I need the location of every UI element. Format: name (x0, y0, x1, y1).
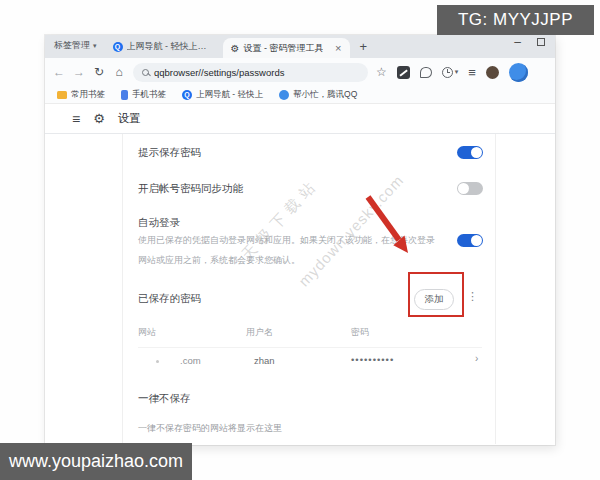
column-header-username: 用户名 (246, 326, 273, 339)
tab-manager-label: 标签管理 (54, 39, 90, 52)
bookmark-qq-help[interactable]: 帮小忙，腾讯QQ (279, 89, 357, 101)
close-tab-icon[interactable]: × (335, 42, 341, 54)
hamburger-menu-icon[interactable]: ≡ (72, 111, 80, 127)
new-tab-button[interactable]: + (360, 39, 368, 54)
tab-home-nav[interactable]: Q 上网导航 - 轻快上网 从这里开始 (105, 35, 223, 58)
url-text: qqbrowser//settings/passwords (154, 67, 284, 78)
qqbrowser-logo-icon: Q (113, 42, 123, 52)
row-password-dots: •••••••••• (351, 354, 394, 365)
forward-icon[interactable]: → (69, 65, 89, 79)
auto-login-toggle[interactable] (457, 234, 483, 247)
caret-down-icon: ▾ (93, 42, 97, 50)
saved-passwords-title: 已保存的密码 (138, 292, 201, 306)
tab-strip: 标签管理 ▾ Q 上网导航 - 轻快上网 从这里开始 ⚙ 设置 - 密码管理工具… (45, 35, 555, 58)
history-clock-icon (442, 67, 453, 78)
qq-icon (279, 90, 289, 100)
annotation-red-arrow (350, 187, 430, 267)
save-password-toggle[interactable] (457, 146, 483, 159)
column-header-site: 网站 (138, 326, 156, 339)
row-username: zhan (254, 355, 275, 366)
search-icon (142, 69, 149, 76)
bookmarks-bar: 常用书签 手机书签 Q 上网导航 - 轻快上 帮小忙，腾讯QQ (45, 86, 555, 104)
toggle-knob (458, 183, 469, 194)
watermark-top-right: TG: MYYJJPP (437, 5, 594, 35)
table-row-divider (138, 347, 482, 348)
caret-down-icon: ▾ (455, 68, 459, 76)
screenshot-canvas: TG: MYYJJPP www.youpaizhao.com 天极下载站 myd… (0, 0, 600, 480)
window-controls: – (514, 37, 545, 47)
toggle-knob (471, 147, 482, 158)
qqbrowser-logo-icon: Q (182, 90, 192, 100)
password-sync-label: 开启帐号密码同步功能 (138, 182, 243, 196)
bookmark-label: 上网导航 - 轻快上 (196, 89, 263, 101)
address-bar[interactable]: qqbrowser//settings/passwords (133, 63, 368, 82)
menu-icon[interactable]: ≡ (468, 65, 476, 80)
gear-favicon-icon: ⚙ (231, 43, 240, 54)
never-save-title: 一律不保存 (138, 392, 191, 406)
reload-icon[interactable]: ↻ (89, 65, 109, 79)
settings-header: ≡ ⚙ 设置 (45, 104, 555, 133)
site-favicon-dot (156, 360, 159, 363)
tab-settings-passwords[interactable]: ⚙ 设置 - 密码管理工具 × (223, 38, 350, 58)
maximize-button[interactable] (537, 38, 545, 46)
more-options-icon[interactable]: ⋮ (467, 290, 478, 303)
settings-page: ≡ ⚙ 设置 提示保存密码 开启帐号密码同步功能 自动登录 使用已保存的凭据自动… (45, 104, 555, 444)
minimize-button[interactable]: – (514, 37, 521, 47)
folder-icon (57, 91, 67, 99)
quick-access-icon[interactable] (397, 66, 410, 79)
bookmark-common[interactable]: 常用书签 (57, 89, 105, 101)
toolbar-right-icons: ☆ ▾ ≡ (376, 63, 528, 82)
bookmark-star-icon[interactable]: ☆ (376, 65, 387, 79)
toggle-knob (471, 235, 482, 246)
tab-label: 设置 - 密码管理工具 (243, 42, 323, 55)
browser-toolbar: ← → ↻ ⌂ qqbrowser//settings/passwords ☆ … (45, 58, 555, 86)
annotation-red-rectangle (408, 272, 464, 317)
table-row[interactable]: .com (180, 355, 201, 366)
history-button[interactable]: ▾ (442, 67, 459, 78)
bookmark-label: 手机书签 (132, 89, 166, 101)
tab-manager-button[interactable]: 标签管理 ▾ (54, 39, 97, 52)
chevron-right-icon[interactable]: › (475, 353, 478, 364)
never-save-hint: 一律不保存密码的网站将显示在这里 (138, 422, 282, 435)
feedback-bubble-icon[interactable] (420, 67, 432, 78)
back-icon[interactable]: ← (49, 65, 69, 79)
qq-login-avatar[interactable] (509, 63, 528, 82)
settings-gear-icon: ⚙ (93, 111, 105, 126)
bookmark-label: 帮小忙，腾讯QQ (293, 89, 357, 101)
phone-icon (121, 90, 128, 100)
tab-label: 上网导航 - 轻快上网 从这里开始 (127, 40, 215, 53)
bookmark-mobile[interactable]: 手机书签 (121, 89, 166, 101)
home-icon[interactable]: ⌂ (109, 65, 129, 79)
profile-avatar[interactable] (486, 66, 499, 79)
bookmark-nav[interactable]: Q 上网导航 - 轻快上 (182, 89, 263, 101)
watermark-bottom-left: www.youpaizhao.com (0, 443, 192, 480)
browser-window: 标签管理 ▾ Q 上网导航 - 轻快上网 从这里开始 ⚙ 设置 - 密码管理工具… (45, 35, 555, 445)
column-header-password: 密码 (351, 326, 369, 339)
page-title: 设置 (118, 111, 141, 126)
auto-login-title: 自动登录 (138, 216, 180, 230)
bookmark-label: 常用书签 (71, 89, 105, 101)
save-password-prompt-label: 提示保存密码 (138, 146, 201, 160)
password-sync-toggle[interactable] (457, 182, 483, 195)
